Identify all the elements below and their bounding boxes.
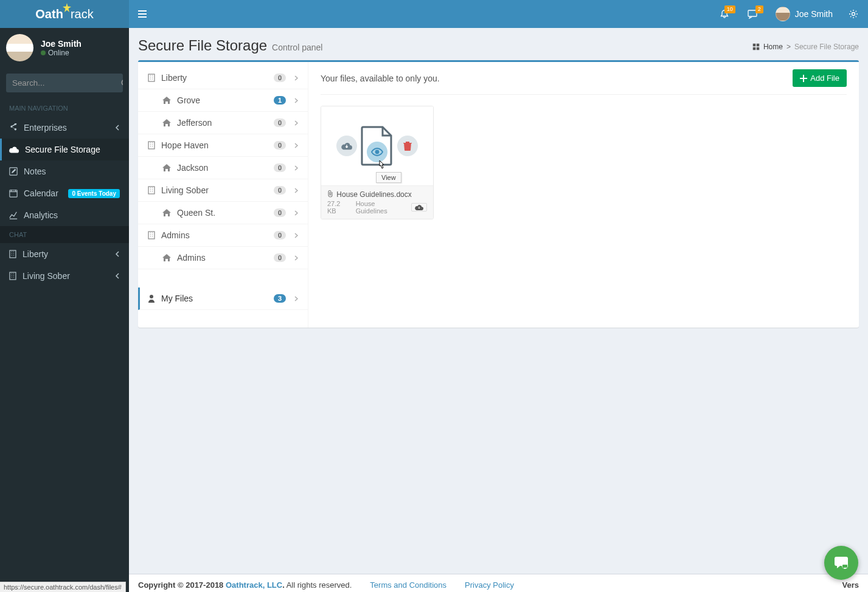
plus-icon — [800, 75, 807, 82]
gear-icon[interactable] — [844, 3, 863, 25]
msg-badge: 2 — [755, 5, 763, 13]
file-tag: House Guidelines — [356, 200, 405, 215]
edit-icon — [9, 167, 18, 176]
file-area: Your files, available to only you. Add F… — [308, 62, 859, 328]
sidebar-item-living-sober[interactable]: Living Sober — [0, 265, 129, 287]
chevron-right-icon — [294, 165, 298, 171]
sidebar-item-enterprises[interactable]: Enterprises — [0, 117, 129, 139]
terms-link[interactable]: Terms and Conditions — [370, 580, 446, 590]
file-meta: House Guidelines.docx 27.2 KB House Guid… — [321, 185, 433, 219]
avatar — [776, 7, 790, 21]
tree-item[interactable]: Admins0 — [138, 247, 308, 269]
tree-item[interactable]: Queen St.0 — [138, 202, 308, 224]
tree-count: 0 — [274, 231, 286, 239]
svg-rect-5 — [10, 250, 16, 258]
tree-item[interactable]: Jackson0 — [138, 157, 308, 179]
tree-item-label: Admins — [161, 230, 190, 240]
svg-point-2 — [122, 80, 123, 85]
download-button[interactable] — [411, 203, 427, 212]
tree-item[interactable]: Living Sober0 — [138, 179, 308, 202]
main-box: Liberty0Grove1Jefferson0Hope Haven0Jacks… — [138, 60, 859, 328]
sidebar-item-liberty[interactable]: Liberty — [0, 243, 129, 265]
svg-rect-10 — [148, 232, 155, 239]
chevron-right-icon — [294, 255, 298, 261]
logo[interactable]: Oath rack — [0, 0, 129, 28]
download-action[interactable] — [336, 136, 357, 156]
company-link[interactable]: Oathtrack, LLC — [226, 580, 282, 590]
tree-item-label: Liberty — [161, 73, 187, 83]
tree-item-label: Grove — [177, 95, 200, 105]
chat-icon — [833, 554, 850, 571]
add-file-label: Add File — [810, 74, 839, 83]
sidebar-item-label: Notes — [24, 167, 46, 176]
tree-item[interactable]: Admins0 — [138, 224, 308, 247]
sidebar-item-calendar[interactable]: Calendar 0 Events Today — [0, 182, 129, 204]
page-title: Secure File Storage — [138, 37, 267, 54]
sidebar-item-analytics[interactable]: Analytics — [0, 204, 129, 226]
version-label: Vers — [842, 580, 859, 590]
tree-item-my-files[interactable]: My Files3 — [138, 287, 308, 310]
add-file-button[interactable]: Add File — [793, 69, 847, 87]
building-icon — [9, 272, 16, 280]
avatar — [6, 34, 33, 61]
delete-action[interactable] — [397, 136, 418, 156]
notifications-icon[interactable]: 10 — [712, 3, 737, 25]
building-icon — [148, 74, 155, 82]
copyright: Copyright © 2017-2018 Oathtrack, LLC. Al… — [138, 580, 352, 590]
nav-header-chat: Chat — [0, 226, 129, 243]
svg-rect-6 — [10, 272, 16, 280]
building-icon — [9, 250, 16, 258]
chat-fab[interactable] — [824, 546, 858, 580]
dashboard-icon — [752, 43, 760, 50]
cloud-download-icon — [415, 204, 423, 210]
file-size: 27.2 KB — [327, 200, 350, 215]
user-menu[interactable]: Joe Smith — [768, 7, 840, 21]
user-status: Online — [41, 49, 82, 57]
sidebar-item-label: Analytics — [24, 210, 58, 220]
chart-icon — [9, 211, 18, 219]
user-name: Joe Smith — [41, 39, 82, 49]
tree-item-label: Jackson — [177, 163, 208, 173]
trash-icon — [403, 141, 412, 151]
content-wrapper: Secure File Storage Control panel Home >… — [129, 28, 868, 574]
messages-icon[interactable]: 2 — [740, 3, 765, 25]
tree-count: 0 — [274, 163, 286, 172]
status-bar-url: https://secure.oathtrack.com/dash/files# — [0, 582, 126, 592]
tree-item-label: Jefferson — [177, 118, 212, 128]
file-description: Your files, available to only you. — [321, 74, 440, 83]
search-button[interactable] — [121, 74, 123, 92]
chevron-right-icon — [294, 296, 298, 301]
svg-rect-9 — [148, 187, 155, 194]
tree-item[interactable]: Jefferson0 — [138, 112, 308, 134]
file-name: House Guidelines.docx — [327, 190, 427, 199]
folder-tree: Liberty0Grove1Jefferson0Hope Haven0Jacks… — [138, 62, 308, 328]
footer: Copyright © 2017-2018 Oathtrack, LLC. Al… — [129, 574, 868, 592]
building-icon — [148, 141, 155, 150]
tooltip: View — [376, 172, 401, 183]
cursor-icon — [376, 160, 387, 173]
chevron-right-icon — [294, 98, 298, 103]
eye-icon — [371, 148, 383, 156]
chevron-right-icon — [294, 120, 298, 126]
nav-header-main: MAIN NAVIGATION — [0, 98, 129, 117]
svg-rect-8 — [148, 142, 155, 149]
cloud-download-icon — [341, 142, 352, 150]
sidebar-item-label: Secure File Storage — [25, 145, 100, 154]
chevron-left-icon — [116, 125, 120, 131]
breadcrumb-home[interactable]: Home — [763, 43, 783, 51]
tree-item[interactable]: Liberty0 — [138, 67, 308, 89]
privacy-link[interactable]: Privacy Policy — [465, 580, 514, 590]
tree-item[interactable]: Hope Haven0 — [138, 134, 308, 157]
hamburger-icon[interactable] — [129, 0, 156, 28]
sidebar-item-secure-storage[interactable]: Secure File Storage — [0, 139, 129, 160]
calendar-badge: 0 Events Today — [68, 189, 120, 198]
search-input[interactable] — [6, 74, 121, 92]
file-sub: 27.2 KB House Guidelines — [327, 200, 427, 215]
tree-item[interactable]: Grove1 — [138, 89, 308, 112]
file-thumbnail: View — [321, 106, 433, 185]
sidebar-item-label: Liberty — [23, 249, 48, 259]
tree-count: 0 — [274, 119, 286, 127]
sidebar-item-notes[interactable]: Notes — [0, 160, 129, 182]
view-action[interactable] — [367, 142, 387, 162]
chevron-right-icon — [294, 188, 298, 193]
